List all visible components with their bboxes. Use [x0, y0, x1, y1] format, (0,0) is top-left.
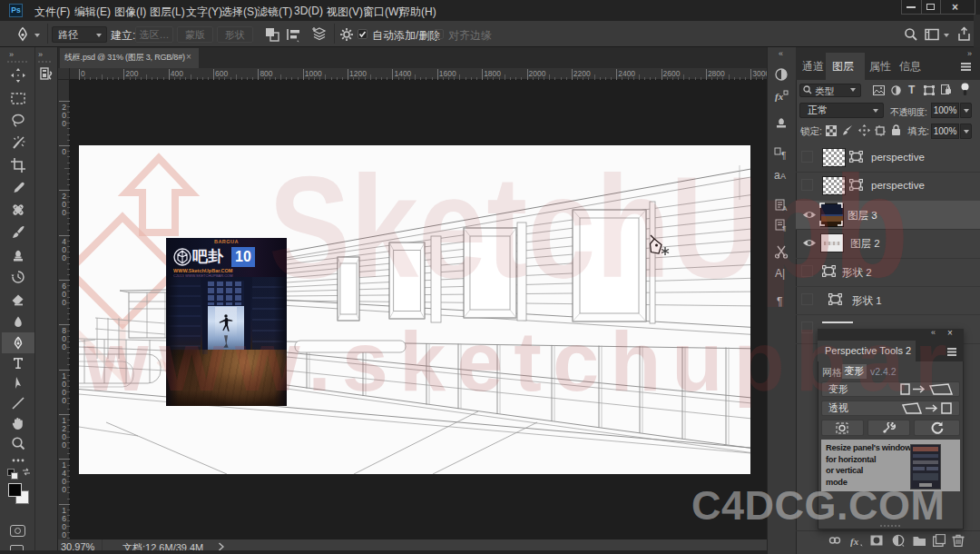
svg-text:fx: fx [775, 91, 784, 102]
svg-text:fx: fx [850, 536, 859, 547]
